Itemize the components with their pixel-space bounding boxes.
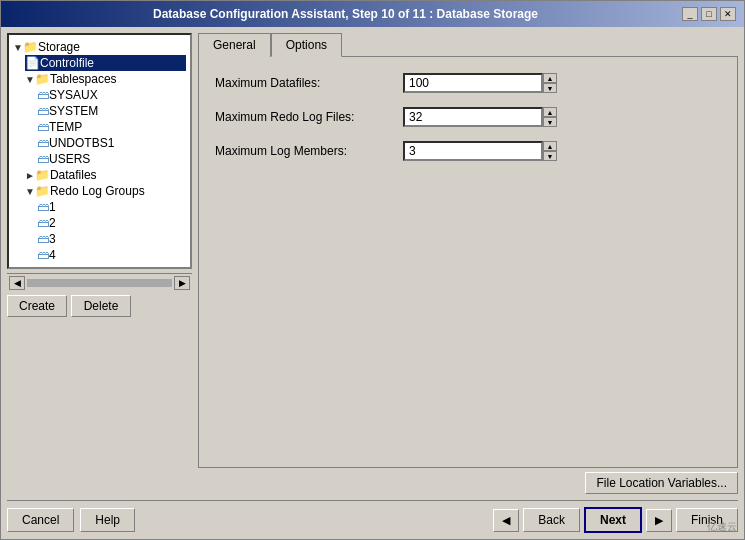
input-max-logmembers[interactable]: [403, 141, 543, 161]
expand-icon-redolog: ▼: [25, 186, 35, 197]
tree-item-redolog[interactable]: ▼ 📁 Redo Log Groups: [25, 183, 186, 199]
spin-up-logmembers[interactable]: ▲: [543, 141, 557, 151]
tree-scroll-track[interactable]: [27, 279, 172, 287]
nav-row: Cancel Help ◀ Back Next ▶ Finish: [7, 500, 738, 533]
folder-icon-tablespaces: 📁: [35, 72, 50, 86]
tree-item-users[interactable]: 🗃 USERS: [37, 151, 186, 167]
create-delete-row: Create Delete: [7, 295, 192, 317]
tree-scrollbar: ◀ ▶: [7, 273, 192, 291]
file-icon-users: 🗃: [37, 152, 49, 166]
input-group-datafiles: ▲ ▼: [403, 73, 557, 93]
input-group-logmembers: ▲ ▼: [403, 141, 557, 161]
tab-options[interactable]: Options: [271, 33, 342, 57]
folder-icon-datafiles: 📁: [35, 168, 50, 182]
tree-label-redolog: Redo Log Groups: [50, 184, 145, 198]
form-row-logmembers: Maximum Log Members: ▲ ▼: [215, 141, 721, 161]
nav-right: ◀ Back Next ▶ Finish: [493, 507, 738, 533]
tree-item-redolog-3[interactable]: 🗃 3: [37, 231, 186, 247]
tab-content: Maximum Datafiles: ▲ ▼ Maximum Redo Log …: [198, 56, 738, 468]
input-group-redolog: ▲ ▼: [403, 107, 557, 127]
spin-down-datafiles[interactable]: ▼: [543, 83, 557, 93]
folder-icon-redolog: 📁: [35, 184, 50, 198]
file-icon-redolog-1: 🗃: [37, 200, 49, 214]
close-button[interactable]: ✕: [720, 7, 736, 21]
tree-panel[interactable]: ▼ 📁 Storage 📄 Controlfile: [7, 33, 192, 269]
spin-buttons-redolog: ▲ ▼: [543, 107, 557, 127]
tree-item-system[interactable]: 🗃 SYSTEM: [37, 103, 186, 119]
tree-scroll-right[interactable]: ▶: [174, 276, 190, 290]
tree-label-redolog-2: 2: [49, 216, 56, 230]
tree-group-tablespace-children: 🗃 SYSAUX 🗃 SYSTEM 🗃 TEMP: [37, 87, 186, 167]
form-row-redolog: Maximum Redo Log Files: ▲ ▼: [215, 107, 721, 127]
file-icon-controlfile: 📄: [25, 56, 40, 70]
tree-scroll-left[interactable]: ◀: [9, 276, 25, 290]
back-arrow-button[interactable]: ◀: [493, 509, 519, 532]
spin-up-datafiles[interactable]: ▲: [543, 73, 557, 83]
tree-group-controlfile: 📄 Controlfile: [25, 55, 186, 71]
cancel-button[interactable]: Cancel: [7, 508, 74, 532]
delete-button[interactable]: Delete: [71, 295, 131, 317]
help-button[interactable]: Help: [80, 508, 135, 532]
tree-label-sysaux: SYSAUX: [49, 88, 98, 102]
right-panel: General Options Maximum Datafiles: ▲ ▼: [198, 33, 738, 494]
tree-item-temp[interactable]: 🗃 TEMP: [37, 119, 186, 135]
spin-down-redolog[interactable]: ▼: [543, 117, 557, 127]
next-arrow-button[interactable]: ▶: [646, 509, 672, 532]
tree-label-undotbs1: UNDOTBS1: [49, 136, 114, 150]
tree-item-redolog-2[interactable]: 🗃 2: [37, 215, 186, 231]
expand-icon-storage: ▼: [13, 42, 23, 53]
file-icon-temp: 🗃: [37, 120, 49, 134]
tree-group-datafiles: ► 📁 Datafiles: [25, 167, 186, 183]
expand-icon-tablespaces: ▼: [25, 74, 35, 85]
tree-label-redolog-4: 4: [49, 248, 56, 262]
back-button[interactable]: Back: [523, 508, 580, 532]
tree-item-tablespaces[interactable]: ▼ 📁 Tablespaces: [25, 71, 186, 87]
tree-item-datafiles[interactable]: ► 📁 Datafiles: [25, 167, 186, 183]
input-max-datafiles[interactable]: [403, 73, 543, 93]
tree-item-controlfile[interactable]: 📄 Controlfile: [25, 55, 186, 71]
file-icon-redolog-4: 🗃: [37, 248, 49, 262]
label-max-logmembers: Maximum Log Members:: [215, 144, 395, 158]
tree-label-redolog-1: 1: [49, 200, 56, 214]
expand-icon-datafiles: ►: [25, 170, 35, 181]
spin-down-logmembers[interactable]: ▼: [543, 151, 557, 161]
spin-buttons-datafiles: ▲ ▼: [543, 73, 557, 93]
title-bar: Database Configuration Assistant, Step 1…: [1, 1, 744, 27]
window-controls: _ □ ✕: [682, 7, 736, 21]
tree-label-tablespaces: Tablespaces: [50, 72, 117, 86]
folder-icon-storage: 📁: [23, 40, 38, 54]
tree-label-controlfile: Controlfile: [40, 56, 94, 70]
spin-up-redolog[interactable]: ▲: [543, 107, 557, 117]
file-icon-system: 🗃: [37, 104, 49, 118]
spin-buttons-logmembers: ▲ ▼: [543, 141, 557, 161]
file-icon-sysaux: 🗃: [37, 88, 49, 102]
tree-label-system: SYSTEM: [49, 104, 98, 118]
file-icon-redolog-3: 🗃: [37, 232, 49, 246]
file-location-row: File Location Variables...: [198, 472, 738, 494]
form-row-datafiles: Maximum Datafiles: ▲ ▼: [215, 73, 721, 93]
tree-group-redolog: ▼ 📁 Redo Log Groups 🗃 1 🗃: [25, 183, 186, 263]
tab-general[interactable]: General: [198, 33, 271, 57]
tree-item-storage[interactable]: ▼ 📁 Storage: [13, 39, 186, 55]
create-button[interactable]: Create: [7, 295, 67, 317]
watermark: 亿速云: [707, 520, 737, 534]
tree-item-sysaux[interactable]: 🗃 SYSAUX: [37, 87, 186, 103]
next-button[interactable]: Next: [584, 507, 642, 533]
file-location-variables-button[interactable]: File Location Variables...: [585, 472, 738, 494]
tree-item-undotbs1[interactable]: 🗃 UNDOTBS1: [37, 135, 186, 151]
tree-label-storage: Storage: [38, 40, 80, 54]
tree-item-redolog-4[interactable]: 🗃 4: [37, 247, 186, 263]
nav-left: Cancel Help: [7, 508, 135, 532]
maximize-button[interactable]: □: [701, 7, 717, 21]
file-icon-undotbs1: 🗃: [37, 136, 49, 150]
tree-label-redolog-3: 3: [49, 232, 56, 246]
tree-group-tablespaces: ▼ 📁 Tablespaces 🗃 SYSAUX 🗃: [25, 71, 186, 167]
content-area: ▼ 📁 Storage 📄 Controlfile: [1, 27, 744, 539]
input-max-redolog[interactable]: [403, 107, 543, 127]
minimize-button[interactable]: _: [682, 7, 698, 21]
tree-label-users: USERS: [49, 152, 90, 166]
tree-item-redolog-1[interactable]: 🗃 1: [37, 199, 186, 215]
tabs-bar: General Options: [198, 33, 738, 56]
tree-label-datafiles: Datafiles: [50, 168, 97, 182]
file-icon-redolog-2: 🗃: [37, 216, 49, 230]
